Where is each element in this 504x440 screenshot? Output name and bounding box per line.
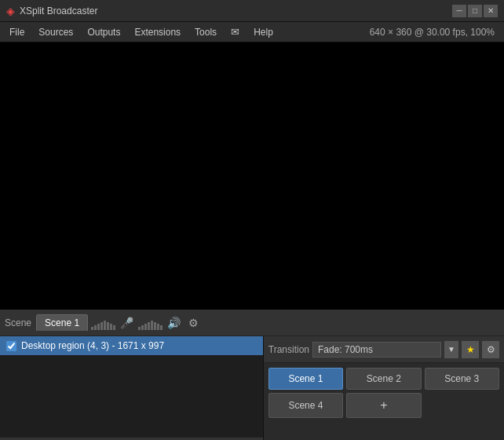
scene-tab[interactable]: Scene 1 bbox=[36, 314, 88, 331]
close-button[interactable]: ✕ bbox=[484, 5, 498, 17]
transition-input[interactable] bbox=[312, 342, 441, 358]
minimize-button[interactable]: ─ bbox=[452, 5, 466, 17]
volume-bars-right bbox=[138, 316, 163, 330]
menu-help-icon: ✉ bbox=[225, 24, 246, 40]
volume-bars-left bbox=[91, 316, 115, 330]
scenes-grid: Scene 1 Scene 2 Scene 3 Scene 4 + bbox=[264, 363, 504, 440]
speaker-icon: 🔊 bbox=[167, 317, 181, 329]
settings-gear-icon[interactable]: ⚙ bbox=[188, 317, 199, 329]
scene-label: Scene bbox=[5, 317, 31, 328]
sources-list: Desktop region (4, 3) - 1671 x 997 bbox=[0, 336, 263, 437]
menu-extensions[interactable]: Extensions bbox=[128, 24, 187, 40]
source-item[interactable]: Desktop region (4, 3) - 1671 x 997 bbox=[0, 336, 263, 355]
preview-area bbox=[0, 42, 504, 310]
transition-gear-button[interactable]: ⚙ bbox=[482, 341, 499, 358]
scene-button-3[interactable]: Scene 3 bbox=[425, 368, 499, 390]
source-label: Desktop region (4, 3) - 1671 x 997 bbox=[21, 340, 164, 351]
menubar-left: File Sources Outputs Extensions Tools ✉ … bbox=[3, 24, 279, 40]
add-scene-button[interactable]: + bbox=[346, 393, 421, 418]
menu-outputs[interactable]: Outputs bbox=[81, 24, 126, 40]
transition-label: Transition bbox=[268, 344, 309, 355]
app-logo-icon: ◈ bbox=[6, 5, 15, 17]
titlebar: ◈ XSplit Broadcaster ─ □ ✕ bbox=[0, 0, 504, 22]
scene-button-4[interactable]: Scene 4 bbox=[268, 393, 343, 418]
scenes-panel: Transition ▼ ★ ⚙ Scene 1 Scene 2 Scene 3… bbox=[264, 336, 504, 440]
app-title: XSplit Broadcaster bbox=[20, 6, 97, 16]
scene-toolbar: Scene Scene 1 🎤 🔊 ⚙ bbox=[0, 310, 504, 336]
transition-arrow-button[interactable]: ▼ bbox=[444, 341, 458, 358]
transition-star-button[interactable]: ★ bbox=[462, 341, 479, 358]
sources-footer: Add ▼ Copy Paste Remove Settings ▲ ▼ bbox=[0, 437, 263, 440]
source-checkbox[interactable] bbox=[6, 341, 16, 351]
maximize-button[interactable]: □ bbox=[468, 5, 482, 17]
transition-bar: Transition ▼ ★ ⚙ bbox=[264, 336, 504, 363]
menu-file[interactable]: File bbox=[3, 24, 31, 40]
content-row: Desktop region (4, 3) - 1671 x 997 Add ▼… bbox=[0, 336, 504, 440]
scene-button-2[interactable]: Scene 2 bbox=[346, 368, 421, 390]
sources-panel: Desktop region (4, 3) - 1671 x 997 Add ▼… bbox=[0, 336, 264, 440]
menu-help[interactable]: Help bbox=[247, 24, 279, 40]
scene-button-1[interactable]: Scene 1 bbox=[268, 368, 343, 390]
titlebar-controls: ─ □ ✕ bbox=[452, 5, 498, 17]
mic-icon: 🎤 bbox=[120, 317, 133, 329]
menubar: File Sources Outputs Extensions Tools ✉ … bbox=[0, 22, 504, 42]
resolution-info: 640 × 360 @ 30.00 fps, 100% bbox=[370, 27, 501, 38]
titlebar-left: ◈ XSplit Broadcaster bbox=[6, 5, 97, 17]
menu-sources[interactable]: Sources bbox=[32, 24, 79, 40]
bottom-panel: Scene Scene 1 🎤 🔊 ⚙ bbox=[0, 310, 504, 440]
menu-tools[interactable]: Tools bbox=[188, 24, 223, 40]
